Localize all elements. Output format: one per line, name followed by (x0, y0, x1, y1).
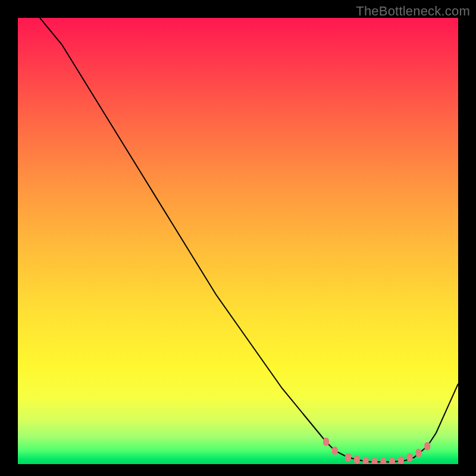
marker-point (407, 453, 413, 462)
marker-point (415, 449, 421, 457)
marker-point (398, 456, 404, 464)
marker-point (323, 438, 329, 446)
marker-point (380, 458, 386, 464)
watermark-text: TheBottleneck.com (356, 4, 470, 19)
chart-svg (18, 18, 458, 464)
marker-point (371, 458, 377, 464)
marker-point (424, 442, 430, 450)
marker-point (332, 447, 338, 455)
marker-point (345, 453, 351, 462)
marker-group (323, 438, 430, 465)
chart-container: TheBottleneck.com (0, 0, 476, 476)
marker-point (354, 456, 360, 464)
marker-point (389, 458, 395, 464)
marker-point (363, 457, 369, 464)
plot-area (18, 18, 458, 464)
bottleneck-curve-path (40, 18, 458, 462)
